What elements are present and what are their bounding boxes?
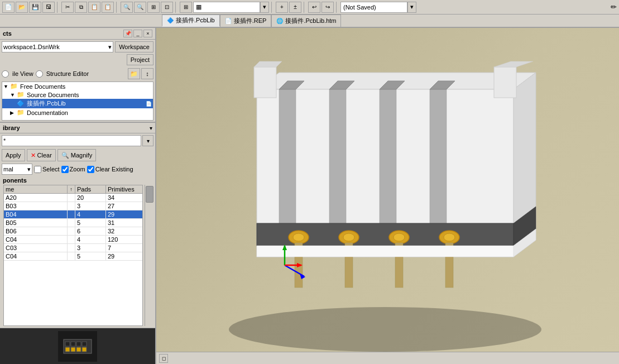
- select-check-label: Select: [34, 166, 60, 173]
- clear-existing-checkbox[interactable]: [87, 166, 94, 173]
- tree-item-documentation[interactable]: ▶ 📁 Documentation: [2, 108, 153, 117]
- copy-btn[interactable]: ⧉: [75, 2, 87, 13]
- comp-table: me ↑ Pads Primitives A20 20 34 B: [3, 185, 143, 326]
- cell-sort-5: [68, 236, 75, 243]
- view-icon-2[interactable]: ↕: [141, 68, 153, 79]
- viewport-bottom-btn[interactable]: ◻: [159, 354, 168, 363]
- cell-prims-6: 7: [106, 244, 142, 252]
- library-header: ibrary ▾: [0, 123, 155, 133]
- cell-sort-7: [68, 252, 75, 260]
- table-row[interactable]: B05 5 31: [4, 219, 142, 227]
- comp-table-wrapper: me ↑ Pads Primitives A20 20 34 B: [2, 185, 153, 326]
- free-docs-arrow: ▼: [3, 84, 10, 89]
- paste2-btn[interactable]: 📋: [102, 2, 114, 13]
- cell-sort-6: [68, 244, 75, 252]
- col-primitives: Primitives: [106, 185, 142, 193]
- svg-point-29: [293, 233, 304, 241]
- redo-btn[interactable]: ↪: [322, 2, 334, 13]
- sep3: [175, 2, 177, 13]
- new-btn[interactable]: 📄: [2, 2, 15, 13]
- filter-value: mal: [3, 166, 13, 173]
- projects-close-btn[interactable]: ×: [143, 30, 152, 37]
- tree-item-source-docs[interactable]: ▼ 📁 Source Documents: [2, 90, 153, 99]
- cell-name-4: B06: [4, 227, 68, 235]
- projects-controls: 📌 _ ×: [123, 30, 152, 37]
- col-sort[interactable]: ↑: [68, 185, 75, 193]
- table-row[interactable]: C03 3 7: [4, 244, 142, 252]
- projects-min-btn[interactable]: _: [133, 30, 142, 37]
- filter-dropdown[interactable]: mal ▾: [2, 164, 32, 175]
- svg-point-35: [444, 233, 455, 241]
- structure-editor-label[interactable]: Structure Editor: [46, 70, 89, 77]
- zoom-checkbox[interactable]: [61, 166, 69, 173]
- table-row[interactable]: C04 5 29: [4, 252, 142, 261]
- svg-rect-22: [380, 89, 396, 229]
- comp-table-body: A20 20 34 B03 3 27 B04: [4, 194, 142, 325]
- magnify-icon: 🔍: [61, 152, 69, 159]
- undo-btn[interactable]: ↩: [308, 2, 320, 13]
- zoom-in-btn[interactable]: 🔍: [121, 2, 133, 13]
- view-icon-1[interactable]: 📁: [128, 68, 140, 79]
- save-btn[interactable]: 💾: [29, 2, 41, 13]
- workspace-button[interactable]: Workspace: [115, 41, 153, 52]
- structure-editor-radio[interactable]: [36, 70, 43, 78]
- cell-name-0: A20: [4, 194, 68, 202]
- clear-button[interactable]: ✕ Clear: [27, 149, 56, 161]
- library-search-row: ▾: [0, 133, 155, 148]
- table-row[interactable]: C04 4 120: [4, 236, 142, 244]
- table-row-selected[interactable]: B04 4 29: [4, 210, 142, 219]
- tab-htm[interactable]: 🌐 接插件.PcbLib.htm: [271, 15, 341, 27]
- grid-btn[interactable]: ⊞: [180, 2, 192, 13]
- grid-dropdown[interactable]: ▦ ▾: [193, 2, 269, 13]
- file-view-label[interactable]: ile View: [12, 70, 33, 77]
- projects-pin-btn[interactable]: 📌: [123, 30, 132, 37]
- zoom-sel-btn[interactable]: ⊡: [161, 2, 173, 13]
- not-saved-arrow[interactable]: ▾: [407, 2, 416, 13]
- svg-point-33: [394, 233, 405, 241]
- tree-item-pcblib[interactable]: 🔷 接插件.PcbLib 📄: [2, 99, 153, 108]
- file-view-radio[interactable]: [2, 70, 9, 78]
- cell-prims-7: 29: [106, 252, 142, 260]
- open-btn[interactable]: 📂: [16, 2, 28, 13]
- zoom-fit-btn[interactable]: ⊞: [147, 2, 160, 13]
- edit-icon[interactable]: ✏: [611, 3, 617, 11]
- tab-pcblib[interactable]: 🔷 接插件.PcbLib: [162, 15, 220, 27]
- svg-rect-6: [71, 347, 75, 352]
- paste-btn[interactable]: 📋: [88, 2, 100, 13]
- comp-table-scrollbar[interactable]: [145, 185, 153, 326]
- table-row[interactable]: A20 20 34: [4, 194, 142, 202]
- magnify-button[interactable]: 🔍 Magnify: [57, 149, 97, 161]
- apply-button[interactable]: Apply: [2, 149, 25, 161]
- documentation-icon: 📁: [17, 109, 26, 116]
- filter-arrow: ▾: [27, 166, 31, 173]
- cell-prims-2: 29: [106, 210, 142, 218]
- table-row[interactable]: B03 3 27: [4, 202, 142, 210]
- sep5: [304, 2, 306, 13]
- workspace-dropdown[interactable]: workspace1.DsnWrk ▾: [2, 41, 113, 52]
- tree-item-free-docs[interactable]: ▼ 📁 Free Documents: [2, 82, 153, 90]
- svg-rect-5: [65, 347, 70, 352]
- zoom-out-btn[interactable]: 🔍: [134, 2, 146, 13]
- library-title: ibrary: [3, 124, 20, 131]
- cut-btn[interactable]: ✂: [61, 2, 74, 13]
- source-docs-label: Source Documents: [27, 92, 79, 98]
- col-name: me: [4, 185, 68, 193]
- library-search-dropdown[interactable]: ▾: [142, 135, 153, 146]
- cell-prims-3: 31: [106, 219, 142, 227]
- table-row[interactable]: B06 6 32: [4, 227, 142, 236]
- cell-pads-1: 3: [75, 202, 106, 210]
- cell-name-1: B03: [4, 202, 68, 210]
- sym-btn[interactable]: ±: [289, 2, 301, 13]
- clear-x-icon: ✕: [31, 152, 36, 159]
- grid-arrow[interactable]: ▾: [260, 2, 269, 13]
- select-checkbox[interactable]: [34, 166, 41, 173]
- cell-name-5: C04: [4, 236, 68, 243]
- save-all-btn[interactable]: 🖫: [42, 2, 55, 13]
- add-btn[interactable]: +: [276, 2, 288, 13]
- tab-rep[interactable]: 📄 接插件.REP: [220, 15, 272, 27]
- library-arrow[interactable]: ▾: [150, 125, 152, 131]
- svg-rect-1: [65, 342, 70, 346]
- project-button[interactable]: Project: [127, 54, 153, 65]
- scrollbar-thumb: [146, 186, 153, 203]
- library-search-input[interactable]: [2, 135, 141, 146]
